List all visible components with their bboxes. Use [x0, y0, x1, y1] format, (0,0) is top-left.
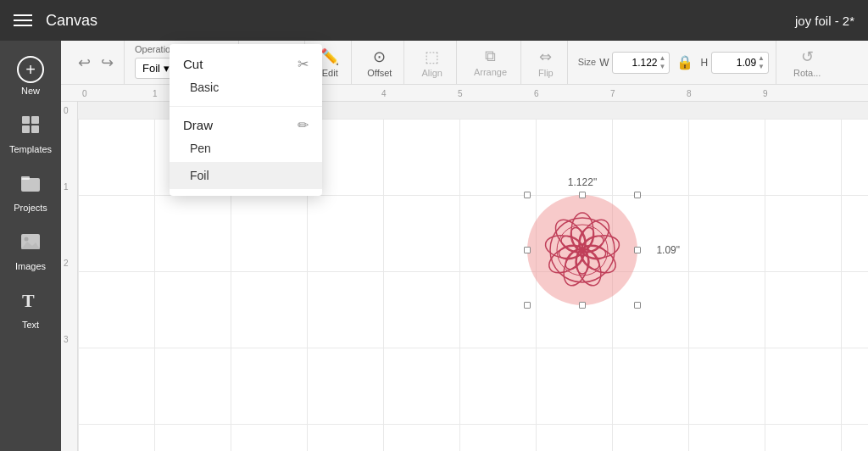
sidebar-item-projects[interactable]: Projects: [0, 163, 61, 221]
foil-option[interactable]: Foil: [170, 162, 322, 189]
align-icon: ⬚: [425, 47, 439, 66]
left-sidebar: + New Templates Projects: [0, 41, 61, 451]
flip-icon: ⇔: [539, 47, 552, 66]
operation-value: Foil: [142, 62, 160, 75]
images-icon: [19, 230, 42, 259]
handle-ml[interactable]: [524, 247, 531, 253]
text-icon: T: [19, 288, 42, 317]
rotate-label: Rota...: [793, 68, 821, 78]
svg-text:0: 0: [82, 89, 87, 98]
main-area: + New Templates Projects: [0, 41, 868, 451]
svg-text:7: 7: [610, 89, 615, 98]
dimension-label-width: 1.122": [568, 176, 597, 188]
sidebar-item-new[interactable]: + New: [0, 47, 61, 104]
undo-button[interactable]: ↩: [75, 50, 94, 75]
cut-section-header: Cut ✂: [170, 51, 322, 74]
document-name: joy foil - 2*: [795, 14, 854, 28]
offset-button[interactable]: ⊙ Offset: [362, 46, 397, 80]
arrange-label: Arrange: [474, 67, 507, 77]
svg-text:8: 8: [687, 89, 692, 98]
svg-rect-5: [21, 176, 30, 180]
dimension-label-height: 1.09": [656, 244, 680, 256]
vertical-ruler: 0 1 2 3: [61, 102, 78, 451]
app-title: Canvas: [46, 12, 795, 30]
svg-rect-0: [22, 116, 30, 124]
flower-svg: [536, 203, 629, 297]
edit-label: Edit: [322, 68, 338, 78]
offset-label: Offset: [367, 68, 392, 78]
pen-icon: ✏: [298, 117, 309, 133]
align-group: ⬚ Align: [408, 41, 456, 84]
svg-text:0: 0: [64, 106, 69, 115]
svg-text:6: 6: [534, 89, 539, 98]
handle-tm[interactable]: [579, 192, 586, 198]
cut-section-label: Cut: [183, 57, 203, 71]
rotate-group: ↺ Rota...: [780, 41, 834, 84]
svg-text:3: 3: [64, 335, 69, 344]
svg-text:5: 5: [458, 89, 463, 98]
handle-mr[interactable]: [634, 247, 641, 253]
handle-bm[interactable]: [579, 302, 586, 309]
redo-button[interactable]: ↪: [97, 50, 117, 75]
arrange-button[interactable]: ⧉ Arrange: [467, 46, 514, 79]
svg-text:1: 1: [64, 182, 69, 192]
projects-icon: [19, 171, 42, 200]
align-label: Align: [421, 68, 442, 78]
pen-option[interactable]: Pen: [170, 135, 322, 162]
svg-point-7: [25, 237, 29, 242]
rotate-icon: ↺: [801, 47, 814, 66]
svg-text:1: 1: [153, 89, 158, 98]
edit-icon: ✏️: [320, 47, 339, 66]
flip-label: Flip: [538, 68, 554, 78]
width-input[interactable]: [616, 57, 657, 69]
handle-bl[interactable]: [524, 302, 531, 309]
dropdown-divider: [170, 106, 322, 107]
draw-section-header: Draw ✏: [170, 112, 322, 135]
scissors-icon: ✂: [298, 56, 309, 72]
sidebar-item-new-label: New: [21, 86, 40, 96]
lock-icon[interactable]: 🔒: [676, 54, 693, 70]
new-circle-icon: +: [17, 56, 44, 83]
svg-text:9: 9: [763, 89, 768, 98]
rotate-button[interactable]: ↺ Rota...: [787, 46, 827, 80]
handle-br[interactable]: [634, 302, 641, 309]
flower-design[interactable]: 1.122" 1.09": [527, 195, 637, 305]
operation-dropdown-menu: Cut ✂ Basic Draw ✏ Pen Foil: [170, 44, 322, 196]
size-label: Size: [578, 57, 596, 67]
svg-text:2: 2: [64, 259, 69, 268]
height-up-arrow[interactable]: ▲: [758, 54, 765, 63]
top-bar: Canvas joy foil - 2*: [0, 0, 868, 41]
offset-icon: ⊙: [373, 47, 386, 66]
h-label: H: [700, 57, 708, 69]
flip-button[interactable]: ⇔ Flip: [531, 46, 560, 80]
arrange-group: ⧉ Arrange: [460, 41, 521, 84]
width-down-arrow[interactable]: ▼: [659, 63, 665, 71]
svg-text:4: 4: [381, 89, 387, 98]
arrange-icon: ⧉: [485, 47, 496, 65]
offset-group: ⊙ Offset: [355, 41, 404, 84]
svg-rect-4: [21, 178, 40, 192]
hamburger-button[interactable]: [14, 11, 32, 30]
flip-group: ⇔ Flip: [525, 41, 568, 84]
sidebar-item-text[interactable]: T Text: [0, 280, 61, 338]
svg-rect-3: [31, 125, 39, 133]
basic-option[interactable]: Basic: [170, 74, 322, 101]
align-button[interactable]: ⬚ Align: [415, 46, 448, 80]
svg-rect-1: [31, 116, 39, 124]
flower-circle: 1.122" 1.09": [527, 195, 637, 305]
sidebar-item-text-label: Text: [22, 320, 39, 330]
handle-tr[interactable]: [634, 192, 641, 198]
svg-rect-2: [22, 125, 30, 133]
height-down-arrow[interactable]: ▼: [758, 63, 765, 71]
handle-tl[interactable]: [524, 192, 531, 198]
w-label: W: [599, 57, 609, 69]
sidebar-item-projects-label: Projects: [14, 203, 47, 213]
sidebar-item-images[interactable]: Images: [0, 221, 61, 280]
sidebar-item-templates[interactable]: Templates: [0, 104, 61, 163]
undo-redo-group: ↩ ↪: [68, 41, 125, 84]
height-input[interactable]: [715, 57, 756, 69]
sidebar-item-images-label: Images: [15, 261, 46, 271]
sidebar-item-templates-label: Templates: [9, 144, 52, 154]
width-up-arrow[interactable]: ▲: [659, 54, 665, 63]
draw-section-label: Draw: [183, 118, 213, 132]
